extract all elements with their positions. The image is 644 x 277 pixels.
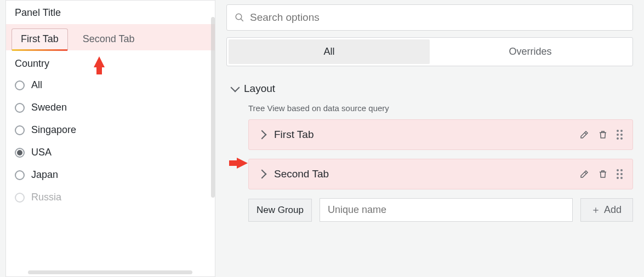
radio-icon — [15, 170, 25, 180]
layout-section-header[interactable]: Layout — [226, 83, 633, 95]
edit-icon[interactable] — [579, 169, 589, 179]
annotation-arrow-up-icon — [94, 56, 105, 67]
tab-first[interactable]: First Tab — [12, 28, 68, 50]
new-group-label: New Group — [248, 199, 312, 222]
preview-panel: Panel Title First Tab Second Tab Country… — [5, 0, 215, 277]
tree-actions — [579, 169, 623, 179]
svg-point-0 — [236, 14, 242, 20]
edit-icon[interactable] — [579, 130, 589, 140]
radio-icon — [15, 125, 25, 135]
tab-label: Second Tab — [83, 33, 135, 44]
radio-option-all[interactable]: All — [15, 74, 206, 96]
drag-handle-icon[interactable] — [617, 169, 623, 179]
plus-icon — [592, 206, 600, 214]
chevron-right-icon — [258, 130, 267, 140]
tab-second[interactable]: Second Tab — [73, 28, 144, 50]
radio-list: All Sweden Singapore USA Japan Russia — [6, 74, 215, 209]
radio-option-sweden[interactable]: Sweden — [15, 96, 206, 119]
tab-label: First Tab — [21, 33, 59, 44]
radio-label: Sweden — [31, 102, 67, 113]
search-icon — [235, 13, 244, 22]
toggle-label: Overrides — [509, 46, 551, 57]
add-button[interactable]: Add — [580, 198, 633, 222]
toggle-overrides[interactable]: Overrides — [430, 39, 631, 64]
toggle-label: All — [323, 46, 334, 57]
tree-item-label: First Tab — [274, 129, 571, 141]
scrollbar-horizontal[interactable] — [28, 270, 192, 274]
scrollbar-vertical[interactable] — [211, 17, 215, 198]
new-group-input[interactable] — [320, 198, 573, 222]
add-button-label: Add — [604, 204, 622, 216]
layout-description: Tree View based on data source query — [226, 103, 633, 113]
section-country: Country — [6, 50, 215, 74]
tab-bar: First Tab Second Tab — [6, 24, 215, 50]
chevron-right-icon — [258, 170, 267, 179]
radio-icon — [15, 80, 25, 90]
tree-item-first-tab[interactable]: First Tab — [248, 119, 633, 150]
radio-label: Singapore — [31, 124, 76, 136]
radio-label: Japan — [31, 169, 58, 181]
toggle-all[interactable]: All — [229, 39, 430, 64]
chevron-down-icon — [231, 83, 240, 93]
tree-item-second-tab[interactable]: Second Tab — [248, 159, 633, 189]
drag-handle-icon[interactable] — [617, 130, 623, 140]
tree-actions — [579, 130, 623, 140]
trash-icon[interactable] — [598, 169, 608, 179]
radio-icon — [15, 148, 25, 158]
toggle-group: All Overrides — [226, 37, 633, 66]
radio-label: All — [31, 79, 42, 91]
radio-option-russia[interactable]: Russia — [15, 186, 206, 209]
svg-line-1 — [241, 19, 243, 21]
radio-option-japan[interactable]: Japan — [15, 164, 206, 186]
new-group-row: New Group Add — [226, 198, 633, 222]
section-title-label: Layout — [244, 83, 275, 95]
radio-option-singapore[interactable]: Singapore — [15, 119, 206, 141]
search-box[interactable] — [226, 4, 633, 31]
radio-icon — [15, 193, 25, 203]
radio-label: Russia — [31, 192, 61, 203]
tree-area: First Tab Second Tab — [226, 119, 633, 189]
radio-label: USA — [31, 147, 52, 158]
trash-icon[interactable] — [598, 130, 608, 140]
tree-item-label: Second Tab — [274, 168, 571, 180]
panel-title: Panel Title — [6, 1, 215, 24]
search-input[interactable] — [250, 11, 625, 24]
options-panel: All Overrides Layout Tree View based on … — [226, 0, 644, 277]
radio-icon — [15, 103, 25, 113]
radio-option-usa[interactable]: USA — [15, 141, 206, 164]
